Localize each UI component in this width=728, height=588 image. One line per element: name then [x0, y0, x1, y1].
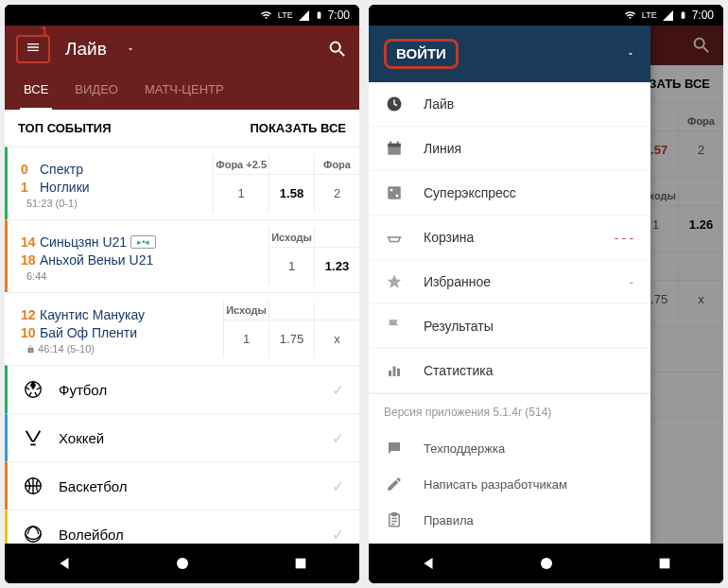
drawer-super[interactable]: Суперэкспресс — [369, 171, 650, 216]
check-icon: ✓ — [332, 477, 344, 495]
menu-button[interactable] — [16, 35, 50, 63]
odds-value[interactable]: 2 — [315, 175, 359, 212]
football-icon — [23, 379, 43, 400]
drawer-stats[interactable]: Статистика — [369, 349, 650, 393]
drawer-support[interactable]: Техподдержка — [369, 430, 650, 466]
signal-icon — [298, 9, 310, 22]
svg-rect-9 — [397, 142, 399, 146]
odds-value[interactable]: 1 — [269, 248, 314, 285]
login-button[interactable]: ВОЙТИ — [384, 39, 459, 69]
sport-football[interactable]: Футбол ✓ — [5, 365, 359, 413]
wifi-icon — [259, 9, 273, 21]
recents-button[interactable] — [657, 556, 672, 571]
show-all-link[interactable]: ПОКАЗАТЬ ВСЕ — [250, 121, 346, 135]
lock-icon — [26, 345, 35, 354]
phone-left: LTE 7:00 1 Лайв ВСЕ ВИДЕО МАТЧ-ЦЕНТР ТОП… — [5, 5, 359, 583]
svg-rect-17 — [392, 513, 397, 516]
network-label: LTE — [278, 10, 293, 20]
drawer-label: Лайв — [424, 96, 454, 112]
nav-bar — [369, 544, 723, 583]
score: 12 — [21, 307, 40, 322]
match-card[interactable]: 14Синьцзян U21 ▸•◂ 18Аньхой Веньи U21 6:… — [5, 219, 359, 292]
score: 1 — [21, 180, 40, 195]
status-bar: LTE 7:00 — [5, 5, 359, 26]
svg-rect-15 — [397, 369, 400, 376]
match-card[interactable]: 0Спектр 1Ноглики 51:23 (0-1) Фора +2.51 … — [5, 147, 359, 219]
tab-video[interactable]: ВИДЕО — [71, 73, 122, 110]
odds-value[interactable]: 1.75 — [269, 320, 314, 357]
match-time: 51:23 (0-1) — [26, 198, 213, 209]
team: Бай Оф Пленти — [40, 325, 137, 340]
drawer-label: Избранное — [424, 274, 491, 289]
tabs: ВСЕ ВИДЕО МАТЧ-ЦЕНТР — [5, 73, 359, 110]
odds-value[interactable]: x — [315, 320, 359, 357]
calendar-icon — [386, 140, 403, 157]
dice-icon — [386, 184, 403, 201]
content: ТОП СОБЫТИЯ ПОКАЗАТЬ ВСЕ 0Спектр 1Ноглик… — [5, 110, 359, 544]
drawer-fav[interactable]: Избранное - — [369, 260, 650, 304]
odds-header: Фора +2.5 — [214, 155, 269, 175]
drawer-version: Версия приложения 5.1.4r (514) — [369, 393, 650, 430]
clipboard-icon — [386, 511, 403, 528]
stats-icon — [386, 362, 403, 379]
search-icon[interactable] — [327, 39, 348, 60]
drawer-label: Корзина — [424, 230, 474, 245]
header-title[interactable]: Лайв — [65, 39, 107, 60]
svg-point-11 — [390, 189, 393, 192]
battery-icon — [679, 9, 687, 22]
team: Синьцзян U21 — [40, 234, 127, 250]
section-header: ТОП СОБЫТИЯ ПОКАЗАТЬ ВСЕ — [5, 110, 359, 147]
time-label: 7:00 — [328, 9, 350, 22]
svg-rect-8 — [390, 142, 392, 146]
svg-rect-7 — [388, 144, 401, 147]
check-icon: ✓ — [332, 381, 344, 399]
recents-button[interactable] — [293, 556, 308, 571]
drawer-cart[interactable]: Корзина - - - — [369, 216, 650, 260]
odds-header — [269, 301, 314, 320]
odds-value[interactable]: 1 — [224, 320, 269, 357]
team: Каунтис Манукау — [40, 307, 145, 322]
network-label: LTE — [642, 10, 657, 20]
odds-header — [315, 228, 359, 248]
sport-hockey[interactable]: Хоккей ✓ — [5, 413, 359, 461]
svg-rect-14 — [393, 367, 396, 377]
home-button[interactable] — [174, 555, 191, 572]
sport-basketball[interactable]: Баскетбол ✓ — [5, 461, 359, 510]
team: Аньхой Веньи U21 — [40, 252, 153, 268]
sport-volleyball[interactable]: Волейбол ✓ — [5, 510, 359, 544]
check-icon: ✓ — [332, 429, 344, 447]
svg-rect-4 — [296, 559, 306, 569]
drawer-label: Линия — [424, 141, 461, 156]
star-icon — [386, 273, 403, 290]
drawer-results[interactable]: Результаты — [369, 304, 650, 349]
back-button[interactable] — [56, 555, 73, 572]
hamburger-icon — [24, 40, 43, 55]
odds-value[interactable]: 1 — [214, 175, 269, 212]
svg-point-12 — [396, 195, 399, 198]
odds-header: Исходы — [269, 228, 314, 248]
chevron-down-icon[interactable] — [626, 49, 635, 59]
clock-icon — [386, 95, 403, 112]
pencil-icon — [386, 476, 403, 493]
score: 14 — [21, 234, 40, 250]
chat-icon — [386, 440, 403, 457]
sport-label: Футбол — [59, 382, 317, 398]
check-icon: ✓ — [332, 526, 344, 544]
match-card[interactable]: 12Каунтис Манукау 10Бай Оф Пленти 46:14 … — [5, 292, 359, 365]
fav-badge: - — [630, 275, 633, 289]
back-button[interactable] — [420, 555, 437, 572]
tab-matchcenter[interactable]: МАТЧ-ЦЕНТР — [141, 73, 228, 110]
tab-all[interactable]: ВСЕ — [20, 73, 52, 110]
home-button[interactable] — [538, 555, 555, 572]
odds-value[interactable]: 1.23 — [315, 248, 359, 285]
drawer-line[interactable]: Линия — [369, 127, 650, 171]
drawer-header: ВОЙТИ — [369, 26, 650, 82]
app-header: 1 Лайв — [5, 26, 359, 73]
drawer-write[interactable]: Написать разработчикам — [369, 466, 650, 502]
chevron-down-icon[interactable] — [126, 44, 135, 54]
drawer-live[interactable]: Лайв — [369, 82, 650, 127]
drawer-rules[interactable]: Правила — [369, 502, 650, 538]
odds-value[interactable]: 1.58 — [269, 175, 314, 212]
stream-icon: ▸•◂ — [130, 235, 156, 249]
nav-bar — [5, 544, 359, 583]
